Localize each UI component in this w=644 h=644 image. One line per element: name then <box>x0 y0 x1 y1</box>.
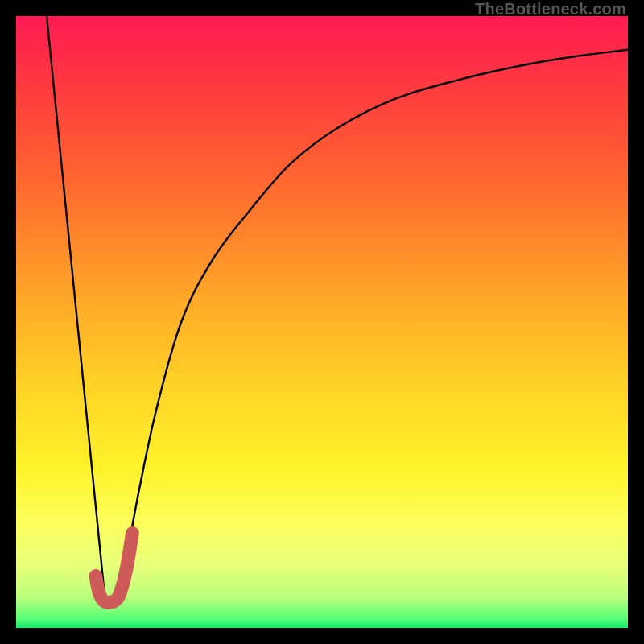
bottleneck-curve-right <box>126 50 628 561</box>
bottleneck-curve-left <box>47 16 105 597</box>
chart-overlay <box>16 16 628 628</box>
chart-frame: TheBottleneck.com <box>0 0 644 644</box>
watermark-text: TheBottleneck.com <box>475 0 626 19</box>
